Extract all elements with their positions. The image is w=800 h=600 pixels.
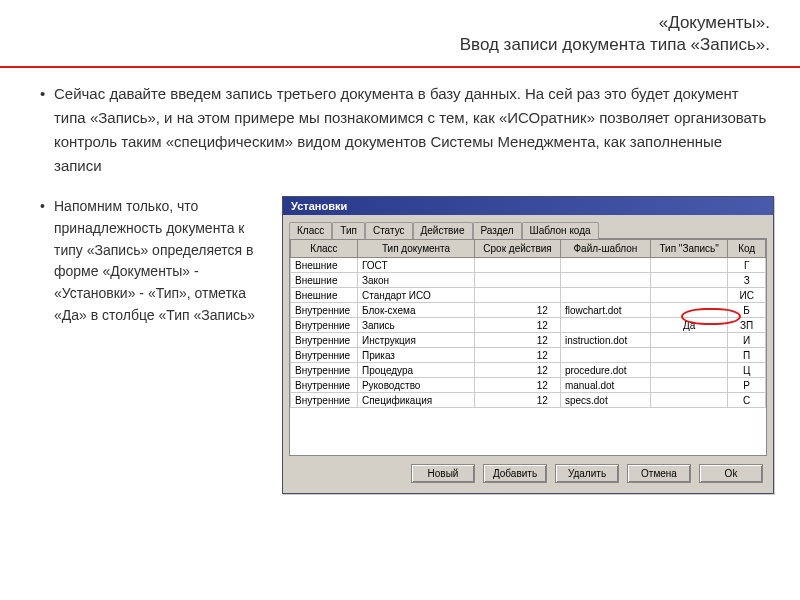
tab-type[interactable]: Тип (332, 222, 365, 239)
table-row[interactable]: ВнутренниеПриказ12П (291, 348, 766, 363)
tab-status[interactable]: Статус (365, 222, 413, 239)
cell-type[interactable]: Спецификация (357, 393, 474, 408)
table-row[interactable]: ВнутренниеЗапись12ДаЗП (291, 318, 766, 333)
table-row[interactable]: ВнешниеСтандарт ИСОИС (291, 288, 766, 303)
add-button[interactable]: Добавить (483, 464, 547, 483)
table-row[interactable]: ВнутренниеПроцедура12procedure.dotЦ (291, 363, 766, 378)
cell-type[interactable]: Процедура (357, 363, 474, 378)
col-header-file[interactable]: Файл-шаблон (560, 240, 650, 258)
delete-button[interactable]: Удалить (555, 464, 619, 483)
divider-line (0, 66, 800, 68)
table-row[interactable]: ВнутренниеСпецификация12specs.dotС (291, 393, 766, 408)
tab-strip: Класс Тип Статус Действие Раздел Шаблон … (283, 215, 773, 238)
col-header-zapis[interactable]: Тип "Запись" (650, 240, 727, 258)
cancel-button[interactable]: Отмена (627, 464, 691, 483)
cell-zapis[interactable] (650, 273, 727, 288)
tab-class[interactable]: Класс (289, 222, 332, 239)
cell-class[interactable]: Внутренние (291, 363, 358, 378)
cell-term[interactable]: 12 (475, 363, 561, 378)
cell-type[interactable]: Приказ (357, 348, 474, 363)
cell-code[interactable]: Б (728, 303, 766, 318)
cell-zapis[interactable] (650, 333, 727, 348)
cell-class[interactable]: Внутренние (291, 303, 358, 318)
cell-class[interactable]: Внешние (291, 288, 358, 303)
col-header-term[interactable]: Срок действия (475, 240, 561, 258)
settings-table[interactable]: Класс Тип документа Срок действия Файл-ш… (290, 239, 766, 408)
cell-term[interactable]: 12 (475, 348, 561, 363)
ok-button[interactable]: Ok (699, 464, 763, 483)
cell-code[interactable]: П (728, 348, 766, 363)
table-header-row: Класс Тип документа Срок действия Файл-ш… (291, 240, 766, 258)
cell-class[interactable]: Внешние (291, 273, 358, 288)
main-bullet: Сейчас давайте введем запись третьего до… (40, 82, 770, 178)
header-line-2: Ввод записи документа типа «Запись». (0, 34, 770, 56)
cell-zapis[interactable] (650, 258, 727, 273)
cell-term[interactable]: 12 (475, 378, 561, 393)
col-header-class[interactable]: Класс (291, 240, 358, 258)
cell-term[interactable] (475, 273, 561, 288)
cell-code[interactable]: С (728, 393, 766, 408)
cell-file[interactable]: manual.dot (560, 378, 650, 393)
cell-zapis[interactable]: Да (650, 318, 727, 333)
cell-file[interactable]: procedure.dot (560, 363, 650, 378)
cell-type[interactable]: Инструкция (357, 333, 474, 348)
cell-file[interactable] (560, 288, 650, 303)
cell-term[interactable]: 12 (475, 303, 561, 318)
cell-term[interactable] (475, 258, 561, 273)
table-row[interactable]: ВнутренниеИнструкция12instruction.dotИ (291, 333, 766, 348)
cell-type[interactable]: Руководство (357, 378, 474, 393)
cell-zapis[interactable] (650, 303, 727, 318)
cell-class[interactable]: Внутренние (291, 393, 358, 408)
cell-zapis[interactable] (650, 363, 727, 378)
cell-class[interactable]: Внутренние (291, 378, 358, 393)
cell-type[interactable]: Закон (357, 273, 474, 288)
cell-code[interactable]: ИС (728, 288, 766, 303)
slide-header: «Документы». Ввод записи документа типа … (0, 0, 800, 60)
cell-code[interactable]: И (728, 333, 766, 348)
cell-file[interactable]: specs.dot (560, 393, 650, 408)
tab-code-template[interactable]: Шаблон кода (522, 222, 599, 239)
cell-code[interactable]: З (728, 273, 766, 288)
cell-zapis[interactable] (650, 288, 727, 303)
cell-term[interactable]: 12 (475, 393, 561, 408)
cell-code[interactable]: Г (728, 258, 766, 273)
cell-term[interactable]: 12 (475, 333, 561, 348)
cell-file[interactable] (560, 318, 650, 333)
table-row[interactable]: ВнутренниеБлок-схема12flowchart.dotБ (291, 303, 766, 318)
col-header-code[interactable]: Код (728, 240, 766, 258)
button-bar: Новый Добавить Удалить Отмена Ok (283, 456, 773, 493)
cell-type[interactable]: Стандарт ИСО (357, 288, 474, 303)
cell-term[interactable]: 12 (475, 318, 561, 333)
cell-file[interactable] (560, 348, 650, 363)
cell-class[interactable]: Внутренние (291, 318, 358, 333)
cell-file[interactable]: instruction.dot (560, 333, 650, 348)
side-paragraph: Напомним только, что принадлежность доку… (40, 196, 270, 494)
cell-file[interactable] (560, 273, 650, 288)
cell-code[interactable]: Ц (728, 363, 766, 378)
main-paragraph: Сейчас давайте введем запись третьего до… (0, 82, 800, 178)
new-button[interactable]: Новый (411, 464, 475, 483)
header-line-1: «Документы». (0, 12, 770, 34)
table-area: Класс Тип документа Срок действия Файл-ш… (289, 238, 767, 456)
col-header-type[interactable]: Тип документа (357, 240, 474, 258)
cell-file[interactable]: flowchart.dot (560, 303, 650, 318)
cell-type[interactable]: ГОСТ (357, 258, 474, 273)
cell-file[interactable] (560, 258, 650, 273)
cell-class[interactable]: Внутренние (291, 348, 358, 363)
tab-section[interactable]: Раздел (473, 222, 522, 239)
cell-type[interactable]: Блок-схема (357, 303, 474, 318)
cell-type[interactable]: Запись (357, 318, 474, 333)
table-row[interactable]: ВнешниеЗаконЗ (291, 273, 766, 288)
cell-code[interactable]: Р (728, 378, 766, 393)
side-bullet: Напомним только, что принадлежность доку… (40, 196, 270, 326)
table-row[interactable]: ВнешниеГОСТГ (291, 258, 766, 273)
cell-class[interactable]: Внутренние (291, 333, 358, 348)
cell-zapis[interactable] (650, 393, 727, 408)
tab-action[interactable]: Действие (413, 222, 473, 239)
cell-zapis[interactable] (650, 348, 727, 363)
cell-code[interactable]: ЗП (728, 318, 766, 333)
table-row[interactable]: ВнутренниеРуководство12manual.dotР (291, 378, 766, 393)
cell-zapis[interactable] (650, 378, 727, 393)
cell-term[interactable] (475, 288, 561, 303)
cell-class[interactable]: Внешние (291, 258, 358, 273)
